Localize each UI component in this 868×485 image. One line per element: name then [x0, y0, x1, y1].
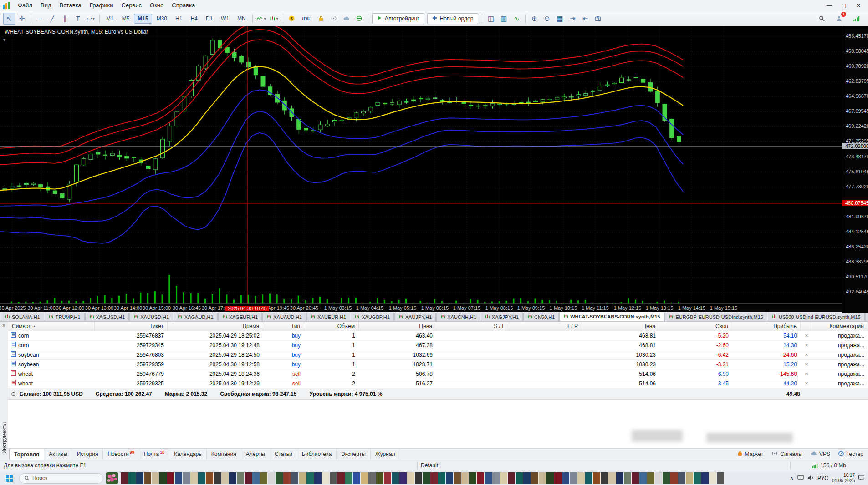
toolbox-vertical-tab[interactable]: Инструменты	[1, 422, 7, 454]
taskbar-window-tile[interactable]	[469, 472, 476, 484]
chart-tab[interactable]: XAGEUR,H1	[218, 313, 262, 321]
chart-tab[interactable]: CN50,H1	[523, 313, 559, 321]
position-row[interactable]: wheat2594767792025.04.29 18:24:36sell250…	[8, 369, 868, 379]
taskbar-window-tile[interactable]	[361, 472, 368, 484]
taskbar-window-tile[interactable]	[554, 472, 562, 484]
timeframe-M5-button[interactable]: M5	[118, 14, 133, 24]
chart-tab[interactable]: SOLANA,H1	[1, 313, 44, 321]
chart-tab[interactable]: TRUMP,H1	[45, 313, 85, 321]
taskbar-window-tile[interactable]	[283, 472, 291, 484]
tray-expand-chevron-icon[interactable]: ∧	[790, 475, 794, 481]
tile-windows-button[interactable]: ◫	[485, 13, 497, 25]
timeframe-D1-button[interactable]: D1	[202, 14, 216, 24]
chart-tab[interactable]: XAUJPY,H1	[394, 313, 436, 321]
taskbar-window-tile[interactable]	[593, 472, 600, 484]
web-terminal-icon-button[interactable]	[353, 13, 365, 25]
indicators-button[interactable]: ▾	[255, 13, 267, 25]
taskbar-window-tile[interactable]	[430, 472, 438, 484]
position-row[interactable]: corn2597293452025.04.30 19:12:48buy1467.…	[8, 341, 868, 350]
taskbar-window-tile[interactable]	[136, 472, 143, 484]
taskbar-window-tile[interactable]	[121, 472, 128, 484]
column-header-8[interactable]: T / P	[509, 322, 582, 331]
taskbar-window-tile[interactable]	[368, 472, 376, 484]
toolbox-tab-Почта[interactable]: Почта10	[139, 449, 169, 460]
column-header-2[interactable]: Тикет	[95, 322, 168, 331]
taskbar-window-tile[interactable]	[717, 472, 724, 484]
menu-item-Файл[interactable]: Файл	[14, 1, 36, 10]
toolbox-tab-Статьи[interactable]: Статьи	[270, 449, 297, 460]
taskbar-window-tile[interactable]	[438, 472, 445, 484]
cloud-icon-button[interactable]	[341, 13, 352, 25]
zoom-out-button[interactable]: ⊖	[541, 13, 553, 25]
dock-tester[interactable]: Тестер	[838, 451, 863, 458]
taskbar-window-tile[interactable]	[523, 472, 531, 484]
taskbar-window-tile[interactable]	[624, 472, 631, 484]
taskbar-window-tile[interactable]	[508, 472, 515, 484]
taskbar-window-tile[interactable]	[485, 472, 492, 484]
taskbar-window-tile[interactable]	[330, 472, 337, 484]
crosshair-tool-button[interactable]: ✛	[16, 13, 28, 25]
close-button[interactable]: ✕	[852, 2, 865, 9]
toolbox-tab-Календарь[interactable]: Календарь	[169, 449, 207, 460]
taskbar-window-tile[interactable]	[345, 472, 352, 484]
taskbar-window-tile[interactable]	[221, 472, 229, 484]
chart-window[interactable]: WHEAT-SOYBEANS-CORN.synth, M15: Euro vs …	[0, 26, 868, 312]
price-scale[interactable]: 456.45170458.58045460.70920462.83795464.…	[842, 26, 868, 313]
minimize-button[interactable]: —	[822, 2, 836, 9]
taskbar-window-tile[interactable]	[167, 472, 174, 484]
taskbar-window-tile[interactable]	[268, 472, 275, 484]
shapes-tool-button[interactable]: ▱▾	[85, 13, 97, 25]
start-button[interactable]	[2, 475, 16, 482]
horizontal-line-tool-button[interactable]: ─	[34, 13, 46, 25]
chart-tab[interactable]: XAUUSD,H1	[129, 313, 173, 321]
taskbar-clock[interactable]: 16:17 01.05.2025	[832, 473, 855, 484]
close-position-button[interactable]: ×	[801, 371, 812, 377]
taskbar-window-tile[interactable]	[245, 472, 252, 484]
taskbar-window-tile[interactable]	[299, 472, 306, 484]
position-row[interactable]: soybean2594768032025.04.29 18:24:50buy11…	[8, 350, 868, 360]
column-header-5[interactable]: Объем	[304, 322, 359, 331]
menu-item-Окно[interactable]: Окно	[146, 1, 168, 10]
taskbar-window-tile[interactable]	[639, 472, 647, 484]
taskbar-window-tile[interactable]	[306, 472, 314, 484]
depth-of-market-button[interactable]: ▥	[498, 13, 510, 25]
menu-item-Графики[interactable]: Графики	[86, 1, 117, 10]
taskbar-search-input[interactable]: Поиск	[19, 473, 103, 484]
tray-display-icon[interactable]	[797, 475, 804, 482]
chart-tab[interactable]: XAUAUD,H1	[262, 313, 306, 321]
timeframe-M30-button[interactable]: M30	[153, 14, 171, 24]
toolbox-tab-Новости[interactable]: Новости99	[103, 449, 139, 460]
taskbar-window-tile[interactable]	[423, 472, 430, 484]
taskbar-window-tile[interactable]	[291, 472, 298, 484]
chart-tab[interactable]: XAUEUR,H1	[306, 313, 350, 321]
taskbar-window-tile[interactable]	[337, 472, 345, 484]
taskbar-window-tile[interactable]	[516, 472, 523, 484]
dock-left-button[interactable]: ⇥	[567, 13, 578, 25]
close-position-button[interactable]: ×	[801, 361, 812, 368]
taskbar-window-tile[interactable]	[183, 472, 190, 484]
screenshot-camera-button[interactable]	[592, 13, 604, 25]
chart-tab[interactable]: XAGJPY,H1	[481, 313, 523, 321]
taskbar-window-tile[interactable]	[678, 472, 685, 484]
currency-icon-button[interactable]: $	[286, 13, 298, 25]
taskbar-window-tile[interactable]	[229, 472, 236, 484]
chart-tab[interactable]: XAUCNH,H1	[436, 313, 480, 321]
taskbar-window-tile[interactable]	[128, 472, 136, 484]
zoom-in-button[interactable]: ⊕	[528, 13, 540, 25]
taskbar-window-tile[interactable]	[175, 472, 182, 484]
chart-tab[interactable]: WHEAT-SOYBEANS-CORN.synth,M15	[559, 312, 664, 321]
taskbar-window-tile[interactable]	[570, 472, 577, 484]
taskbar-window-tile[interactable]	[492, 472, 500, 484]
dock-right-button[interactable]: ⇤	[579, 13, 591, 25]
cursor-tool-button[interactable]: ↖	[3, 13, 15, 25]
autoscroll-button[interactable]: ∿	[511, 13, 522, 25]
taskbar-window-tile[interactable]	[252, 472, 260, 484]
chart-type-button[interactable]: ▾	[268, 13, 280, 25]
toolbox-tab-Торговля[interactable]: Торговля	[9, 449, 44, 460]
taskbar-window-tile[interactable]	[500, 472, 507, 484]
menu-item-Вставка[interactable]: Вставка	[56, 1, 86, 10]
grid-button[interactable]: ▦	[554, 13, 566, 25]
toolbox-tab-Активы[interactable]: Активы	[44, 449, 72, 460]
taskbar-window-tile[interactable]	[353, 472, 360, 484]
close-position-button[interactable]: ×	[801, 352, 812, 358]
